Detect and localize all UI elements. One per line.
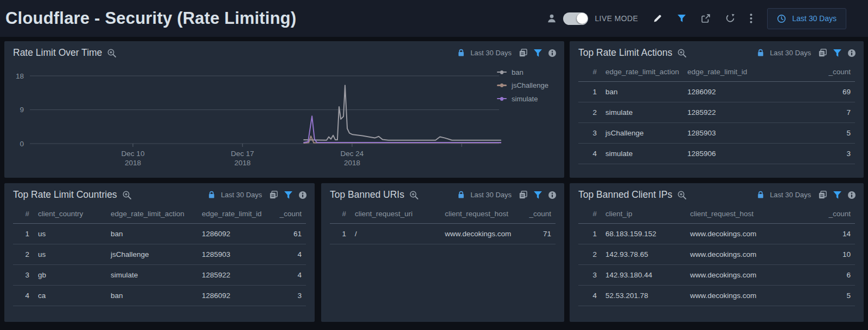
x-axis-label: Dec 172018: [231, 150, 254, 167]
filter-icon[interactable]: [833, 49, 842, 57]
chart-legend: banjsChallengesimulate: [497, 66, 548, 106]
legend-item-ban[interactable]: ban: [497, 66, 548, 79]
column-header[interactable]: client_ip: [601, 205, 686, 224]
panel-time-range[interactable]: Last 30 Days: [470, 191, 512, 199]
panel-top-rate-limit-countries: Top Rate Limit Countries Last 30 Days #c…: [4, 183, 315, 322]
table-cell: 4: [264, 265, 306, 286]
copy-icon[interactable]: [818, 48, 827, 57]
table-row[interactable]: 3gbsimulate12859224: [13, 265, 306, 286]
rate-limit-chart-canvas: 0918Dec 102018Dec 172018Dec 242018: [4, 41, 564, 177]
table-row[interactable]: 1usban128609261: [13, 224, 306, 244]
panel-header: Top Rate Limit Countries Last 30 Days: [4, 183, 315, 204]
panel-time-range[interactable]: Last 30 Days: [770, 191, 811, 199]
edit-icon[interactable]: [653, 14, 662, 23]
table-cell: 10: [808, 244, 855, 265]
panel-header: Top Rate Limit Actions Last 30 Days: [570, 41, 864, 62]
panel-top-rate-limit-actions: Top Rate Limit Actions Last 30 Days #edg…: [570, 41, 864, 178]
table-row[interactable]: 1/www.decokings.com71: [330, 224, 556, 244]
legend-item-jsChallenge[interactable]: jsChallenge: [497, 79, 548, 93]
dashboard-title: Cloudflare - Security (Rate Limiting): [5, 9, 296, 28]
panel-rate-limit-over-time: Rate Limit Over Time Last 30 Days 0918De…: [4, 41, 564, 178]
column-header[interactable]: client_request_host: [441, 205, 512, 224]
table-row[interactable]: 1ban128609269: [578, 82, 855, 102]
table-cell: 1285922: [197, 265, 264, 286]
table-cell: 52.53.201.78: [601, 286, 686, 306]
table-cell: 142.93.180.44: [601, 265, 686, 286]
table-row[interactable]: 4simulate12859063: [578, 144, 855, 164]
zoom-in-icon[interactable]: [677, 48, 687, 58]
panel-time-range[interactable]: Last 30 Days: [221, 191, 262, 199]
table-row[interactable]: 452.53.201.78www.decokings.com5: [578, 286, 855, 306]
lock-icon: [208, 191, 215, 199]
table-cell: www.decokings.com: [686, 286, 808, 306]
legend-marker: [497, 83, 507, 88]
lock-icon: [457, 191, 465, 199]
copy-icon[interactable]: [269, 190, 278, 199]
table-row[interactable]: 3142.93.180.44www.decokings.com6: [578, 265, 855, 286]
table-cell: 68.183.159.152: [601, 224, 686, 244]
table-cell: 3: [264, 286, 306, 306]
column-header[interactable]: edge_rate_limit_action: [106, 205, 197, 224]
table-row[interactable]: 168.183.159.152www.decokings.com14: [578, 224, 855, 244]
info-icon[interactable]: [847, 49, 856, 57]
filter-icon[interactable]: [533, 191, 542, 199]
column-header[interactable]: edge_rate_limit_action: [601, 63, 683, 82]
column-header[interactable]: #: [578, 63, 601, 82]
zoom-in-icon[interactable]: [677, 190, 687, 200]
panel-title: Top Rate Limit Actions: [578, 47, 672, 59]
zoom-in-icon[interactable]: [122, 190, 132, 200]
table-cell: 1285906: [683, 144, 803, 164]
panel-title: Top Banned URIs: [330, 189, 404, 200]
user-icon[interactable]: [547, 14, 557, 23]
legend-marker: [497, 96, 507, 101]
column-header[interactable]: _count: [264, 205, 306, 224]
table-cell: 4: [264, 244, 306, 265]
column-header[interactable]: #: [330, 205, 350, 224]
column-header[interactable]: edge_rate_limit_id: [683, 63, 803, 82]
table-row[interactable]: 4caban12860923: [13, 286, 306, 306]
more-menu-icon[interactable]: [750, 14, 752, 23]
table-cell: 4: [578, 144, 601, 164]
column-header[interactable]: _count: [512, 205, 556, 224]
info-icon[interactable]: [298, 191, 307, 199]
info-icon[interactable]: [548, 191, 557, 199]
column-header[interactable]: client_country: [34, 205, 106, 224]
column-header[interactable]: edge_rate_limit_id: [197, 205, 264, 224]
table-header-row: #client_ipclient_request_host_count: [578, 205, 855, 224]
column-header[interactable]: client_request_host: [686, 205, 808, 224]
zoom-in-icon[interactable]: [409, 190, 419, 200]
table-row[interactable]: 2142.93.78.65www.decokings.com10: [578, 244, 855, 265]
filter-icon[interactable]: [284, 191, 293, 199]
info-icon[interactable]: [847, 191, 856, 199]
legend-item-simulate[interactable]: simulate: [497, 92, 548, 106]
filter-icon[interactable]: [833, 191, 842, 199]
table-cell: 1285903: [683, 123, 803, 144]
table-row[interactable]: 2simulate12859227: [578, 102, 855, 123]
refresh-icon[interactable]: [725, 14, 735, 23]
table-row[interactable]: 3jsChallenge12859035: [578, 123, 855, 144]
table-row[interactable]: 2usjsChallenge12859034: [13, 244, 306, 265]
live-mode-toggle[interactable]: [563, 12, 588, 25]
table-cell: jsChallenge: [601, 123, 683, 144]
column-header[interactable]: _count: [803, 63, 855, 82]
copy-icon[interactable]: [519, 190, 528, 199]
copy-icon[interactable]: [818, 190, 827, 199]
rate-limit-chart[interactable]: 0918Dec 102018Dec 172018Dec 242018 banjs…: [4, 41, 564, 178]
table-cell: 1285903: [197, 244, 264, 265]
column-header[interactable]: #: [578, 205, 601, 224]
table-cell: simulate: [601, 102, 683, 123]
table-cell: 71: [512, 224, 556, 244]
table-cell: 2: [578, 244, 601, 265]
table-cell: 1286092: [197, 286, 264, 306]
panel-time-range[interactable]: Last 30 Days: [770, 49, 811, 57]
column-header[interactable]: _count: [808, 205, 855, 224]
share-icon[interactable]: [701, 14, 711, 23]
table-cell: 3: [578, 123, 601, 144]
table-cell: 5: [803, 123, 855, 144]
time-range-button[interactable]: Last 30 Days: [767, 8, 846, 29]
column-header[interactable]: #: [13, 205, 34, 224]
column-header[interactable]: client_request_uri: [350, 205, 441, 224]
filter-icon[interactable]: [677, 14, 686, 23]
table-cell: 142.93.78.65: [601, 244, 686, 265]
table-cell: 1285922: [683, 102, 803, 123]
